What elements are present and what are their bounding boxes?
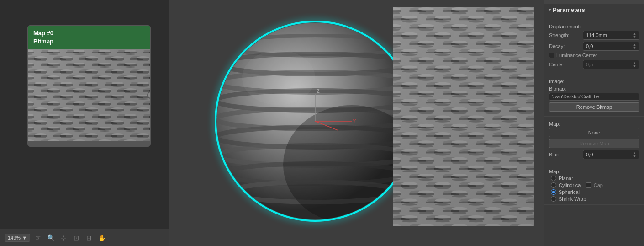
drag-dots-icon: · · · · ·: [586, 0, 603, 4]
node-title-line2: Bitmap: [33, 37, 145, 46]
decay-spinner[interactable]: ▲▼: [633, 43, 636, 49]
spherical-radio-button[interactable]: [551, 189, 556, 195]
svg-text:Z: Z: [317, 88, 320, 94]
decay-field[interactable]: 0,0 ▲▼: [583, 42, 639, 51]
map-section-label: Map:: [549, 121, 639, 127]
node-header: Map #0 Bitmap: [28, 26, 150, 49]
luminance-center-checkbox[interactable]: [549, 53, 554, 58]
cap-label: Cap: [594, 182, 603, 188]
frame-selected-icon[interactable]: ⊟: [84, 233, 94, 243]
blur-value: 0,0: [586, 152, 593, 157]
parameters-panel: · · · · · ▾ Parameters Displacement: Str…: [544, 0, 644, 246]
node-canvas: [28, 49, 150, 141]
luminance-center-label: Luminance Center: [556, 53, 597, 58]
shrink-wrap-radio-row[interactable]: Shrink Wrap: [551, 196, 639, 202]
parameters-title: ▾ Parameters: [549, 6, 639, 13]
zoom-display[interactable]: 149% ▼: [5, 234, 30, 242]
planar-radio-row[interactable]: Planar: [551, 176, 639, 181]
image-section: Image: Bitmap: \Ivan\Desktop\Craft_he Re…: [544, 74, 644, 117]
displacement-label: Displacement:: [549, 24, 639, 29]
center-spinner[interactable]: ▲▼: [633, 61, 636, 68]
collapse-triangle-icon: ▾: [549, 8, 551, 12]
spherical-radio-row[interactable]: Spherical: [551, 189, 639, 195]
panel-drag-handle[interactable]: · · · · ·: [544, 0, 644, 4]
shrink-wrap-label: Shrink Wrap: [559, 196, 586, 202]
luminance-center-row: Luminance Center: [549, 53, 639, 58]
map-none-display: None: [549, 128, 639, 137]
shrink-wrap-radio-button[interactable]: [551, 196, 556, 202]
parameters-label: Parameters: [553, 6, 585, 13]
frame-all-icon[interactable]: ⊡: [71, 233, 81, 243]
svg-point-13: [242, 50, 315, 105]
planar-radio-button[interactable]: [551, 176, 556, 181]
strength-spinner[interactable]: ▲▼: [633, 32, 636, 38]
cap-checkbox[interactable]: [586, 182, 591, 188]
map-section: Map: None Remove Map Blur: 0,0 ▲▼: [544, 117, 644, 164]
map-type-radio-group: Planar Cylindrical Cap Spherical Shrink …: [549, 176, 639, 202]
node-texture-preview: [28, 49, 150, 141]
blur-row: Blur: 0,0 ▲▼: [549, 150, 639, 159]
zoom-tool-icon[interactable]: 🔍: [46, 233, 56, 243]
remove-bitmap-button[interactable]: Remove Bitmap: [549, 102, 639, 112]
map-type-label: Map:: [549, 169, 639, 174]
strength-field[interactable]: 114,0mm ▲▼: [583, 31, 639, 40]
map-type-section: Map: Planar Cylindrical Cap Spherical Sh…: [544, 164, 644, 205]
decay-value: 0,0: [586, 43, 593, 49]
zoom-value: 149%: [8, 235, 21, 241]
zoom-arrow: ▼: [22, 235, 27, 241]
pan-tool-icon[interactable]: ☞: [33, 233, 43, 243]
planar-label: Planar: [559, 176, 573, 181]
blur-field[interactable]: 0,0 ▲▼: [583, 150, 639, 159]
sphere-viewport: Z Y: [206, 5, 425, 238]
center-label: Center:: [549, 62, 581, 67]
cylindrical-radio-button[interactable]: [551, 182, 556, 188]
decay-row: Decay: 0,0 ▲▼: [549, 42, 639, 51]
bitmap-label: Bitmap:: [549, 86, 639, 91]
remove-map-button[interactable]: Remove Map: [549, 139, 639, 148]
cylindrical-label: Cylindrical: [559, 182, 582, 188]
center-row: Center: 0,5 ▲▼: [549, 60, 639, 69]
hand-tool-icon[interactable]: ✋: [97, 233, 107, 243]
image-label: Image:: [549, 79, 639, 84]
node-bottom-bar: [28, 141, 150, 146]
select-tool-icon[interactable]: ⊹: [58, 233, 69, 243]
displacement-section: Displacement: Strength: 114,0mm ▲▼ Decay…: [544, 19, 644, 74]
viewport-panel: Z Y: [169, 0, 544, 246]
center-value: 0,5: [586, 62, 593, 67]
spherical-label: Spherical: [559, 189, 580, 195]
center-field[interactable]: 0,5 ▲▼: [583, 60, 639, 69]
map-node-card: Map #0 Bitmap: [27, 25, 151, 147]
parameters-title-section: ▾ Parameters: [544, 4, 644, 19]
bitmap-path-field[interactable]: \Ivan\Desktop\Craft_he: [549, 93, 639, 101]
cylindrical-radio-row[interactable]: Cylindrical Cap: [551, 182, 639, 188]
blur-label: Blur:: [549, 152, 581, 157]
fabric-texture-canvas: [393, 7, 534, 226]
node-title-line1: Map #0: [33, 29, 145, 37]
texture-preview-panel: [393, 7, 534, 226]
sphere-svg: Z Y: [206, 5, 425, 238]
strength-row: Strength: 114,0mm ▲▼: [549, 31, 639, 40]
node-editor-panel: Map #0 Bitmap 149% ▼ ☞ 🔍 ⊹ ⊡ ⊟ ✋: [0, 0, 169, 246]
decay-label: Decay:: [549, 43, 581, 49]
node-editor-toolbar: 149% ▼ ☞ 🔍 ⊹ ⊡ ⊟ ✋: [0, 229, 169, 246]
blur-spinner[interactable]: ▲▼: [633, 151, 636, 158]
strength-label: Strength:: [549, 32, 581, 38]
svg-text:Y: Y: [353, 118, 356, 124]
strength-value: 114,0mm: [586, 32, 607, 38]
